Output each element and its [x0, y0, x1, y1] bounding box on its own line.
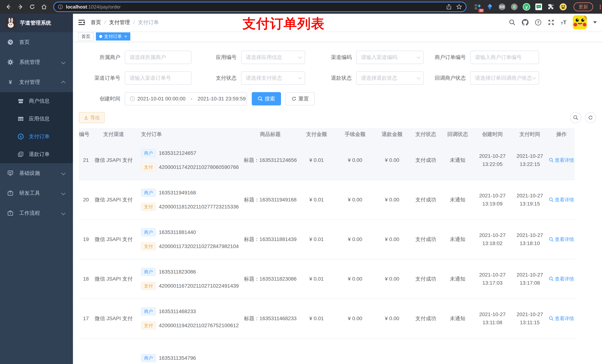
paid-date: 2021-10-27: [516, 310, 543, 319]
notify-status-input[interactable]: [475, 75, 534, 81]
extension-dot-icon[interactable]: [511, 3, 518, 10]
cell-refund: ¥ 0.00: [374, 236, 410, 242]
sidebar-item-pay[interactable]: ¥ 支付管理: [0, 72, 73, 92]
export-button[interactable]: 导出: [79, 112, 105, 123]
url-bar[interactable]: localhost:1024/pay/order: [53, 2, 466, 12]
channel-order-no-field[interactable]: [125, 71, 191, 85]
browser-forward-button[interactable]: [16, 2, 25, 12]
browser-back-button[interactable]: [4, 2, 13, 12]
merchant-order-line: 商户 1635312124657: [141, 149, 196, 157]
pay-status-input[interactable]: [246, 75, 300, 81]
page-content: 所属商户 应用编号 渠道编码: [73, 42, 602, 364]
sidebar-collapse-button[interactable]: [78, 19, 86, 26]
merchant-input[interactable]: [129, 54, 187, 60]
breadcrumb-parent[interactable]: 支付管理: [109, 19, 130, 26]
sidebar-item-workflow[interactable]: 工作流程: [0, 203, 73, 223]
sidebar-item-merchant-info[interactable]: 商户信息: [0, 92, 73, 110]
create-time-range-picker[interactable]: 2021-10-01 00:00:00 - 2021-10-31 23:59:5…: [125, 92, 247, 105]
browser-reload-button[interactable]: [27, 2, 37, 12]
view-detail-link[interactable]: 查看详情: [549, 157, 574, 164]
cell-id: 21: [79, 157, 93, 163]
paid-time: 13:22:15: [520, 160, 540, 168]
created-date: 2021-10-27: [479, 271, 505, 279]
channel-code-select[interactable]: [356, 51, 424, 64]
view-detail-link[interactable]: 查看详情: [549, 276, 574, 282]
sidebar-item-system[interactable]: 系统管理: [0, 52, 73, 72]
cell-amount: ¥ 0.01: [297, 157, 336, 163]
col-header-refund: 退款金额: [374, 131, 410, 138]
col-header-paid: 支付时间: [511, 131, 548, 138]
cell-action: 查看详情: [548, 276, 575, 282]
download-icon: [84, 115, 88, 120]
tab-pay-order[interactable]: 支付订单 ×: [96, 32, 130, 41]
merchant-order-line: 商户 1635311354796: [141, 354, 196, 362]
extension-command-icon[interactable]: [498, 3, 506, 10]
sidebar-item-home[interactable]: 首页: [0, 32, 73, 52]
sidebar-item-label: 退款订单: [29, 151, 50, 158]
pay-order-no: 4200001167202110271022491439: [159, 283, 239, 289]
app-select[interactable]: [241, 51, 305, 64]
extension-vue-devtools-icon[interactable]: y: [523, 3, 530, 10]
browser-home-button[interactable]: [39, 2, 49, 12]
sidebar: 芋道管理系统 首页 系统管理 ¥ 支付管理: [0, 14, 73, 364]
merchant-order-no-input[interactable]: [475, 54, 534, 60]
cell-id: 19: [79, 236, 93, 242]
view-detail-link[interactable]: 查看详情: [549, 236, 574, 243]
github-icon[interactable]: [522, 19, 528, 26]
merchant-order-no: 1635311468233: [159, 309, 196, 314]
view-detail-link[interactable]: 查看详情: [549, 197, 574, 203]
merchant-select[interactable]: [125, 51, 191, 64]
tab-home[interactable]: 首页: [78, 32, 94, 41]
merchant-tag: 商户: [141, 307, 156, 316]
paid-time: 13:17:08: [520, 279, 540, 287]
channel-code-input[interactable]: [361, 54, 419, 60]
reset-button[interactable]: 重置: [285, 92, 315, 105]
extension-chat-icon[interactable]: [535, 3, 542, 10]
extensions-puzzle-icon[interactable]: [547, 3, 555, 10]
search-button[interactable]: 搜索: [252, 92, 281, 105]
show-search-toggle-button[interactable]: [570, 112, 581, 123]
help-icon[interactable]: ?: [535, 19, 541, 26]
paid-date: 2021-10-27: [516, 192, 543, 200]
cell-fee: ¥ 0.00: [336, 316, 374, 322]
breadcrumb-home[interactable]: 首页: [91, 19, 101, 26]
view-detail-search-icon: [549, 277, 554, 281]
sidebar-item-infra[interactable]: 基础设施: [0, 163, 73, 183]
merchant-order-line: 商户 1635311468233: [141, 307, 196, 316]
avatar-caret-icon[interactable]: [593, 21, 597, 23]
tab-close-icon[interactable]: ×: [124, 34, 127, 39]
sidebar-item-pay-order[interactable]: ¥ 支付订单: [0, 128, 73, 145]
cell-status: 支付成功: [410, 275, 442, 282]
page-info-icon[interactable]: [58, 4, 63, 10]
merchant-order-no-field[interactable]: [470, 51, 539, 64]
refund-status-select[interactable]: [356, 71, 424, 85]
profile-emoji-icon[interactable]: [559, 3, 567, 10]
refresh-table-button[interactable]: [585, 112, 596, 123]
notify-status-select[interactable]: [470, 71, 539, 85]
user-avatar[interactable]: [573, 15, 587, 29]
channel-order-no-input[interactable]: [129, 75, 187, 81]
cell-refund: ¥ 0.00: [374, 276, 410, 282]
browser-update-button[interactable]: 更新: [573, 2, 593, 11]
fullscreen-icon[interactable]: [548, 19, 554, 26]
col-header-order: 支付订单: [134, 131, 243, 138]
refund-status-input[interactable]: [361, 75, 419, 81]
header-search-icon[interactable]: [509, 19, 516, 26]
col-header-amount: 支付金额: [297, 131, 336, 138]
bookmark-star-icon[interactable]: [456, 4, 462, 10]
sidebar-item-app-info[interactable]: 应用信息: [0, 110, 73, 128]
extension-blocks-icon[interactable]: 10: [474, 3, 481, 10]
merchant-tag: 商户: [141, 354, 156, 362]
view-detail-search-icon: [549, 197, 554, 202]
share-icon[interactable]: [446, 4, 452, 10]
pay-status-select[interactable]: [241, 71, 305, 85]
sidebar-item-devtools[interactable]: 研发工具: [0, 183, 73, 203]
created-time: 13:18:02: [483, 239, 503, 248]
app-logo[interactable]: 芋道管理系统: [0, 14, 73, 32]
font-size-icon[interactable]: TT: [561, 20, 567, 25]
extension-gem-icon[interactable]: [486, 3, 494, 10]
app-input[interactable]: [246, 54, 300, 60]
view-detail-link[interactable]: 查看详情: [549, 315, 574, 322]
browser-menu-icon[interactable]: ⋮: [598, 4, 602, 10]
sidebar-item-refund-order[interactable]: 退款订单: [0, 145, 73, 163]
